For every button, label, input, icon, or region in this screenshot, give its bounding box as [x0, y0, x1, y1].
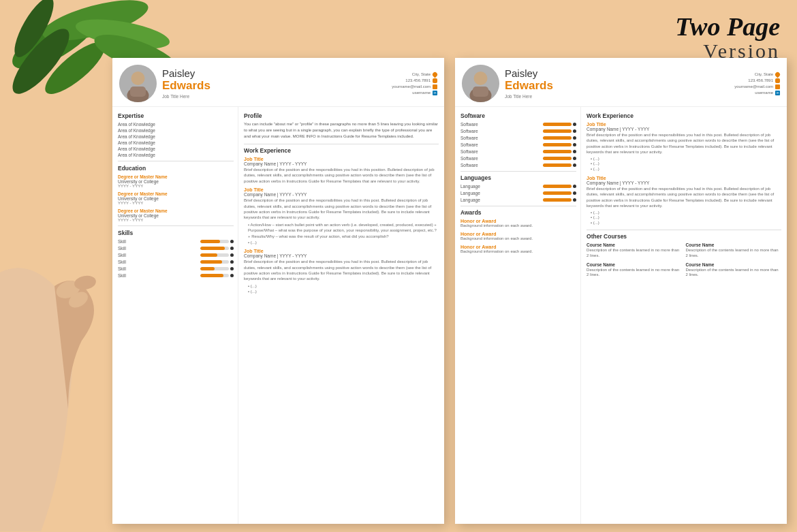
contact-linkedin: username in [392, 91, 437, 95]
software-row-5: Software [460, 149, 576, 154]
bullet-3-1: • (...) [244, 283, 439, 289]
award-desc-2: Background information on each award. [460, 236, 576, 242]
award-2: Honor or Award Background information on… [460, 232, 576, 242]
edu-school-1: University or College [118, 179, 234, 184]
skill-bar-5 [200, 267, 234, 270]
contact-email: yourname@mail.com [392, 84, 437, 89]
software-row-7: Software [460, 163, 576, 168]
phone-icon-2 [775, 78, 780, 83]
page2-right-col: Work Experience Job Title Company Name |… [581, 107, 787, 524]
email-icon-2 [775, 84, 780, 89]
avatar-2 [462, 65, 499, 102]
expertise-item-3: Area of Knowledge [118, 134, 234, 139]
expertise-section: Expertise Area of Knowledge Area of Know… [118, 112, 234, 157]
edu-school-2: University or College [118, 196, 234, 201]
phone-text: 123.456.7891 [405, 78, 431, 82]
two-page-badge: Two Page Version [675, 14, 780, 63]
p2-job-desc-1: Brief description of the position and th… [587, 132, 781, 155]
course-name-3: Course Name [587, 262, 682, 267]
p2-job-1: Job Title Company Name | YYYY - YYYY Bri… [587, 122, 781, 172]
edu-school-3: University or College [118, 213, 234, 218]
software-row-2: Software [460, 129, 576, 134]
contact-location: City, State [392, 72, 437, 77]
course-3: Course Name Description of the contents … [587, 262, 682, 279]
education-title: Education [118, 165, 234, 172]
software-label-6: Software [460, 156, 478, 161]
course-desc-4: Description of the contents learned in n… [686, 268, 781, 279]
edu-year-1: YYYY - YYYY [118, 184, 234, 188]
company-2: Company Name | YYYY - YYYY [244, 192, 439, 197]
skill-bar-2 [200, 247, 234, 250]
page1-right-col: Profile You can include "about me" or "p… [238, 107, 444, 524]
software-label-7: Software [460, 163, 478, 168]
job-title-header: Job Title Here [162, 94, 386, 99]
skill-bar-3 [200, 253, 234, 257]
phone-text-2: 123.456.7891 [748, 78, 773, 82]
first-name-2: Paisley [505, 68, 729, 80]
job-title-2: Job Title [244, 187, 439, 192]
badge-line1: Two Page [675, 14, 780, 40]
phone-icon [433, 78, 437, 83]
p2-bullet-1-3: • (...) [587, 167, 781, 172]
p2-bullet-2-1: • (...) [587, 210, 781, 216]
expertise-item-6: Area of Knowledge [118, 153, 234, 157]
divider-1 [118, 161, 234, 161]
edu-item-2: Degree or Master Name University or Coll… [118, 191, 234, 205]
contact-location-2: City, State [734, 72, 780, 77]
software-row-1: Software [460, 122, 576, 127]
lang-label-3: Language [460, 198, 480, 202]
course-name-1: Course Name [587, 242, 682, 247]
job-1: Job Title Company Name | YYYY - YYYY Bri… [244, 157, 439, 184]
last-name-2: Edwards [505, 80, 729, 93]
edu-year-2: YYYY - YYYY [118, 201, 234, 205]
lang-row-1: Language [460, 184, 576, 189]
job-desc-1: Brief description of the position and th… [244, 167, 439, 184]
divider-p2-1 [460, 171, 576, 172]
svg-point-15 [474, 72, 488, 85]
divider-r1 [244, 144, 439, 144]
bullet-2-2: • (...) [244, 240, 439, 245]
skill-label-5: Skill [118, 266, 126, 271]
contact-block-2: City, State 123.456.7891 yourname@mail.c… [734, 72, 780, 95]
p2-job-desc-2: Brief description of the position and th… [587, 186, 781, 209]
job-2: Job Title Company Name | YYYY - YYYY Bri… [244, 187, 439, 245]
email-text: yourname@mail.com [392, 84, 431, 89]
profile-title: Profile [244, 112, 439, 119]
job-3: Job Title Company Name | YYYY - YYYY Bri… [244, 249, 439, 294]
award-title-2: Honor or Award [460, 232, 576, 236]
profile-section: Profile You can include "about me" or "p… [244, 112, 439, 140]
expertise-item-1: Area of Knowledge [118, 122, 234, 127]
location-text: City, State [412, 72, 431, 76]
p2-company-2: Company Name | YYYY - YYYY [587, 181, 781, 185]
divider-2 [118, 225, 234, 226]
contact-phone-2: 123.456.7891 [734, 78, 780, 83]
expertise-item-5: Area of Knowledge [118, 146, 234, 151]
linkedin-text: username [412, 91, 431, 95]
name-block-2: Paisley Edwards Job Title Here [505, 68, 729, 98]
p2-bullet-1-1: • (...) [587, 157, 781, 162]
course-desc-2: Description of the contents learned in n… [686, 248, 781, 259]
course-name-2: Course Name [686, 242, 781, 247]
svg-rect-17 [473, 87, 488, 97]
edu-degree-2: Degree or Master Name [118, 191, 234, 196]
languages-section: Languages Language Language [460, 174, 576, 202]
lang-row-3: Language [460, 198, 576, 202]
p2-job-title-1: Job Title [587, 122, 781, 127]
skill-row-1: Skill [118, 239, 234, 244]
divider-p2-r1 [587, 230, 781, 230]
skill-label-4: Skill [118, 260, 126, 264]
course-name-4: Course Name [686, 262, 781, 267]
skill-row-6: Skill [118, 273, 234, 278]
page1-left-col: Expertise Area of Knowledge Area of Know… [112, 107, 238, 524]
page2-header: Paisley Edwards Job Title Here City, Sta… [455, 58, 787, 107]
expertise-item-2: Area of Knowledge [118, 128, 234, 133]
company-3: Company Name | YYYY - YYYY [244, 253, 439, 258]
job-title-1: Job Title [244, 157, 439, 161]
job-desc-3: Brief description of the position and th… [244, 259, 439, 282]
courses-grid: Course Name Description of the contents … [587, 242, 781, 278]
award-desc-1: Background information on each award. [460, 223, 576, 229]
education-section: Education Degree or Master Name Universi… [118, 165, 234, 222]
award-desc-3: Background information on each award. [460, 249, 576, 255]
awards-title: Awards [460, 209, 576, 216]
p2-job-2: Job Title Company Name | YYYY - YYYY Bri… [587, 176, 781, 226]
